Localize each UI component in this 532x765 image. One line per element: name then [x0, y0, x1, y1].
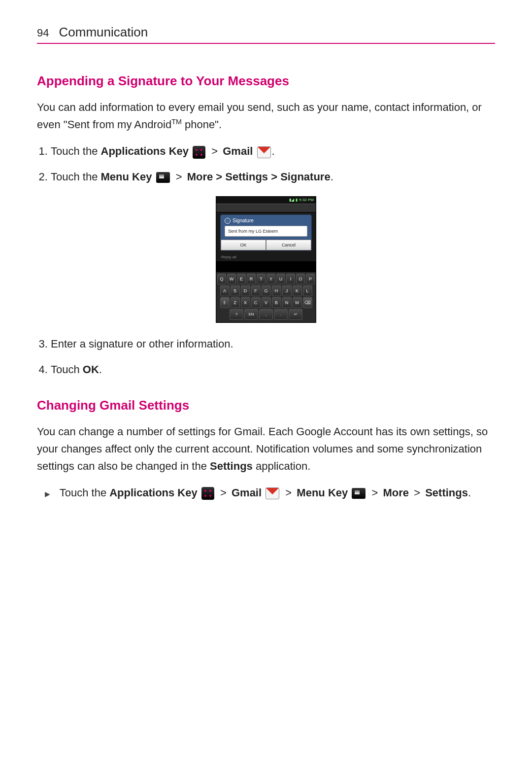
step-2: Touch the Menu Key > More > Settings > S… [51, 167, 495, 187]
ok-button[interactable]: OK [221, 240, 266, 250]
key-s[interactable]: S [231, 285, 240, 296]
key-g[interactable]: G [262, 285, 271, 296]
key-b[interactable]: B [272, 297, 281, 308]
status-time: 5:32 PM [299, 198, 314, 202]
key-y[interactable]: Y [266, 274, 275, 284]
applications-key-icon [193, 146, 205, 159]
key-c[interactable]: C [251, 297, 261, 308]
key-.[interactable]: . [274, 309, 288, 320]
key-j[interactable]: J [282, 285, 292, 296]
signal-icon: ▮◢ [289, 198, 294, 202]
key-↵[interactable]: ↵ [289, 309, 302, 320]
key-f[interactable]: F [251, 285, 261, 296]
menu-key-icon [352, 488, 366, 499]
bullet-step: Touch the Applications Key > Gmail > Men… [57, 483, 495, 503]
header-title: Communication [59, 25, 148, 40]
key-x[interactable]: X [241, 297, 250, 308]
section1-intro: You can add information to every email y… [37, 99, 495, 133]
key-t[interactable]: T [257, 274, 266, 284]
key-q[interactable]: Q [217, 274, 226, 284]
keyboard[interactable]: QWERTYUIOP ASDFGHJKL ⇧ZXCVBNM⌫ ?EN,.↵ [216, 272, 316, 322]
applications-key-icon [201, 487, 214, 500]
key-h[interactable]: H [272, 285, 281, 296]
menu-key-icon [156, 172, 170, 183]
key-e[interactable]: E [237, 274, 246, 284]
key-z[interactable]: Z [231, 297, 240, 308]
key-u[interactable]: U [276, 274, 285, 284]
signature-dialog: – Signature Sent from my LG Esteem OK Ca… [220, 214, 312, 251]
step-1: Touch the Applications Key > Gmail . [51, 141, 495, 162]
key-v[interactable]: V [262, 297, 271, 308]
reply-all-text: Reply all [216, 253, 316, 261]
page-header: 94 Communication [37, 25, 495, 44]
gmail-icon [266, 487, 279, 499]
key-n[interactable]: N [282, 297, 292, 308]
key-?[interactable]: ? [230, 309, 243, 320]
section-heading-gmail-settings: Changing Gmail Settings [37, 398, 495, 413]
key-en[interactable]: EN [244, 309, 258, 320]
section2-intro: You can change a number of settings for … [37, 423, 495, 475]
key-o[interactable]: O [296, 274, 305, 284]
signature-input[interactable]: Sent from my LG Esteem [225, 226, 307, 237]
key-m[interactable]: M [293, 297, 302, 308]
titlebar [216, 204, 316, 212]
key-,[interactable]: , [259, 309, 273, 320]
key-k[interactable]: K [293, 285, 302, 296]
key-d[interactable]: D [241, 285, 250, 296]
phone-screenshot: ▮◢ ▮ 5:32 PM – Signature Sent from my LG… [216, 196, 316, 323]
gmail-icon [257, 146, 271, 158]
battery-icon: ▮ [296, 198, 298, 202]
key-p[interactable]: P [306, 274, 315, 284]
step-4: Touch OK. [51, 359, 495, 380]
status-bar: ▮◢ ▮ 5:32 PM [216, 197, 316, 204]
key-⌫[interactable]: ⌫ [303, 297, 312, 308]
section-heading-signature: Appending a Signature to Your Messages [37, 73, 495, 89]
page-number: 94 [37, 27, 49, 39]
key-w[interactable]: W [227, 274, 236, 284]
step-3: Enter a signature or other information. [51, 334, 495, 354]
dialog-title: – Signature [225, 217, 307, 226]
key-a[interactable]: A [220, 285, 230, 296]
key-i[interactable]: I [286, 274, 295, 284]
cancel-button[interactable]: Cancel [266, 240, 311, 250]
key-l[interactable]: L [303, 285, 312, 296]
key-r[interactable]: R [247, 274, 256, 284]
dialog-title-icon: – [225, 218, 231, 224]
key-⇧[interactable]: ⇧ [220, 297, 230, 308]
